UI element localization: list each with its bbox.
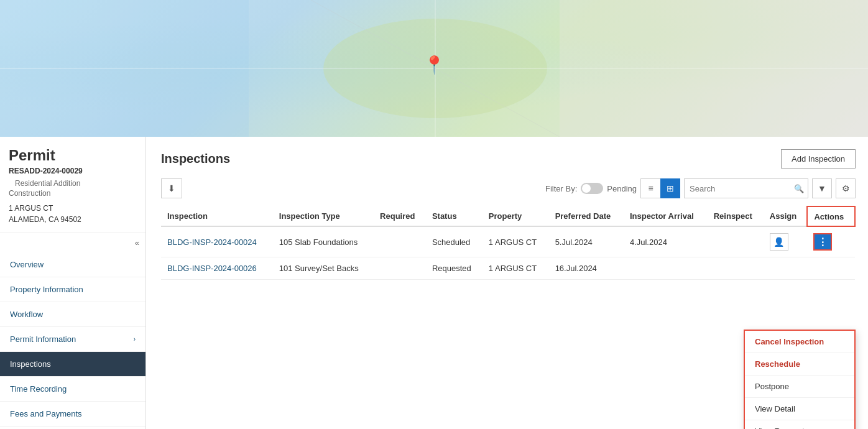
chevron-right-icon: › [134,336,136,343]
property-cell: 1 ARGUS CT [482,257,549,280]
sidebar-item-fees-and-payments[interactable]: Fees and Payments [0,402,145,427]
toolbar-right: Filter By: Pending ≡ ⊞ 🔍 [545,178,856,198]
collapse-button[interactable]: « [0,233,145,252]
app-layout: 📍 Permit RESADD-2024-00029 Residential A… [0,0,868,429]
sidebar-item-label: Overview [10,260,44,269]
col-status: Status [426,206,482,226]
person-icon: 👤 [773,237,784,247]
inspector-arrival-cell: 4.Jul.2024 [624,226,708,257]
table-row: BLDG-INSP-2024-00024 105 Slab Foundation… [161,226,855,257]
sidebar-nav: « Overview Property Information Workflow… [0,233,145,429]
col-inspector-arrival: Inspector Arrival [624,206,708,226]
assign-person-button[interactable]: 👤 [770,233,788,251]
sidebar-item-label: Property Information [10,285,83,294]
collapse-icon: « [135,238,139,247]
postpone-item[interactable]: Postpone [745,376,854,398]
permit-category: Construction [9,189,137,198]
sidebar-item-permit-information[interactable]: Permit Information › [0,327,145,352]
reschedule-item[interactable]: Reschedule [745,353,854,376]
toolbar-left: ⬇ [161,178,182,198]
settings-icon: ⚙ [842,183,850,193]
actions-cell-content: ⋮ [813,233,849,251]
sidebar-item-label: Time Recording [10,384,67,394]
actions-menu-button[interactable]: ⋮ [813,233,832,251]
required-cell [374,226,426,257]
dots-icon: ⋮ [818,236,828,248]
permit-header: Permit RESADD-2024-00029 Residential Add… [0,137,145,233]
preferred-date-cell: 5.Jul.2024 [549,226,624,257]
assign-cell [764,257,808,280]
download-button[interactable]: ⬇ [161,178,182,198]
table-row: BLDG-INSP-2024-00026 101 Survey/Set Back… [161,257,855,280]
sidebar-item-time-recording[interactable]: Time Recording [0,377,145,402]
reinspect-cell [708,257,764,280]
inspections-table-container: Inspection Inspection Type Required Stat… [161,206,856,280]
pending-label: Pending [607,184,637,193]
col-actions: Actions [807,206,855,226]
sidebar-item-label: Fees and Payments [10,409,82,418]
actions-cell [807,257,855,280]
status-cell: Scheduled [426,226,482,257]
col-inspection: Inspection [161,206,273,226]
permit-address: 1 ARGUS CT ALAMEDA, CA 94502 [9,203,137,225]
property-cell: 1 ARGUS CT [482,226,549,257]
reinspect-cell [708,226,764,257]
map-area: 📍 [0,0,868,137]
grid-view-button[interactable]: ⊞ [660,178,680,198]
view-request-item[interactable]: View Request [745,420,854,429]
map-pin: 📍 [423,55,445,75]
permit-title: Permit [9,147,137,164]
status-cell: Requested [426,257,482,280]
bottom-area: Permit RESADD-2024-00029 Residential Add… [0,137,868,429]
assign-cell: 👤 [764,226,808,257]
sidebar-item-label: Workflow [10,310,43,319]
col-property: Property [482,206,549,226]
sidebar-item-overview[interactable]: Overview [0,252,145,277]
sidebar: Permit RESADD-2024-00029 Residential Add… [0,137,146,429]
inspection-id-cell[interactable]: BLDG-INSP-2024-00026 [161,257,273,280]
list-view-button[interactable]: ≡ [640,178,660,198]
col-inspection-type: Inspection Type [273,206,374,226]
actions-cell: ⋮ [807,226,855,257]
search-icon: 🔍 [794,184,804,193]
cancel-inspection-item[interactable]: Cancel Inspection [745,331,854,353]
permit-address-line2: ALAMEDA, CA 94502 [9,214,137,225]
filter-button[interactable]: ▼ [812,178,832,198]
inspector-arrival-cell [624,257,708,280]
view-detail-item[interactable]: View Detail [745,398,854,420]
download-icon: ⬇ [168,183,175,193]
view-toggle: ≡ ⊞ [640,178,680,198]
list-icon: ≡ [648,183,653,193]
toolbar: ⬇ Filter By: Pending ≡ ⊞ [161,178,856,198]
grid-icon: ⊞ [667,183,674,193]
required-cell [374,257,426,280]
col-required: Required [374,206,426,226]
col-reinspect: Reinspect [708,206,764,226]
filter-icon: ▼ [818,183,826,193]
actions-dropdown-menu: Cancel Inspection Reschedule Postpone Vi… [744,330,856,429]
search-input[interactable] [690,184,794,193]
search-box: 🔍 [684,178,808,198]
col-assign: Assign [764,206,808,226]
settings-button[interactable]: ⚙ [836,178,856,198]
sidebar-item-workflow[interactable]: Workflow [0,302,145,327]
sidebar-item-label: Permit Information [10,334,76,344]
page-header: Inspections Add Inspection [161,149,856,168]
page-title: Inspections [161,152,230,166]
preferred-date-cell: 16.Jul.2024 [549,257,624,280]
add-inspection-button[interactable]: Add Inspection [781,149,856,168]
sidebar-item-inspections[interactable]: Inspections [0,352,145,377]
sidebar-item-projects[interactable]: Projects [0,427,145,429]
inspections-table: Inspection Inspection Type Required Stat… [161,206,856,280]
inspection-id-cell[interactable]: BLDG-INSP-2024-00024 [161,226,273,257]
table-header-row: Inspection Inspection Type Required Stat… [161,206,855,226]
sidebar-item-label: Inspections [10,359,51,369]
sidebar-item-property-information[interactable]: Property Information [0,277,145,302]
permit-type: Residential Addition [15,179,80,188]
permit-id: RESADD-2024-00029 [9,167,83,175]
pending-toggle[interactable] [581,183,603,194]
inspection-type-cell: 105 Slab Foundations [273,226,374,257]
main-content: Inspections Add Inspection ⬇ Filter By: … [146,137,868,429]
filter-by-label: Filter By: [545,184,577,193]
inspection-type-cell: 101 Survey/Set Backs [273,257,374,280]
